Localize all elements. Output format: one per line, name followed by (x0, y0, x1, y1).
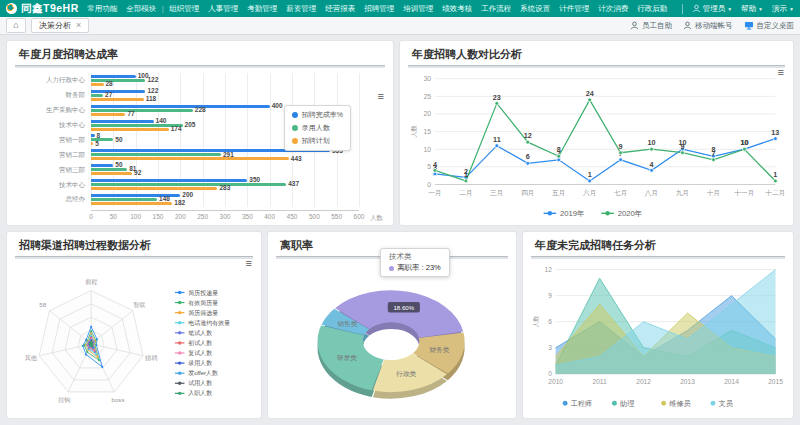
pie-tooltip: 技术类 离职率 : 23% (380, 248, 450, 277)
category-label: 财务部 (15, 91, 85, 100)
legend-item[interactable]: 发offer人数 (188, 369, 218, 376)
legend-item[interactable]: 复试人数 (188, 350, 212, 357)
nav-item-9[interactable]: 培训管理 (399, 4, 438, 14)
bar-row: 443 (91, 157, 359, 160)
bar-row: 283 (91, 187, 359, 190)
legend-item[interactable]: 2020年 (618, 209, 643, 218)
tabbar-tool-1[interactable]: 员工自助 (630, 21, 672, 31)
home-button[interactable]: ⌂ (6, 18, 26, 33)
bar[interactable] (91, 105, 270, 108)
bar-row: 100 (91, 75, 359, 78)
nav-item-7[interactable]: 经营报表 (321, 4, 360, 14)
tab-bar: ⌂ 决策分析 × 员工自助移动端帐号自定义桌面 (0, 17, 800, 35)
nav-item-11[interactable]: 工作流程 (477, 4, 516, 14)
legend-item[interactable]: 简历投递量 (188, 289, 218, 297)
legend-item[interactable]: 笔试人数 (188, 330, 212, 336)
tabbar-tool-3[interactable]: 自定义桌面 (744, 21, 795, 31)
svg-text:1: 1 (773, 170, 777, 179)
tab-decision-analysis[interactable]: 决策分析 × (31, 18, 89, 33)
legend-item[interactable]: 招聘计划 (292, 136, 343, 146)
close-icon[interactable]: × (76, 21, 81, 30)
bar[interactable] (91, 134, 95, 137)
brand[interactable]: 同鑫T9eHR (6, 2, 79, 16)
legend-item[interactable]: 有效简历量 (187, 299, 218, 307)
svg-text:boss: boss (111, 396, 124, 403)
x-tick-label: 250 (197, 213, 208, 220)
legend-item[interactable]: 2019年 (560, 209, 585, 218)
bar[interactable] (91, 75, 136, 78)
nav-item-6[interactable]: 薪资管理 (282, 4, 321, 14)
svg-text:4: 4 (433, 160, 437, 169)
person-icon (692, 4, 701, 13)
bar[interactable] (91, 113, 125, 116)
bar[interactable] (91, 198, 157, 201)
user-menu-item-1[interactable]: 管理员▼ (692, 4, 732, 14)
legend-item[interactable]: 工程师 (571, 399, 592, 408)
bar[interactable] (91, 90, 145, 93)
bar[interactable] (91, 187, 217, 190)
bar[interactable] (91, 128, 169, 131)
nav-item-4[interactable]: 人事管理 (204, 4, 243, 14)
bar[interactable] (91, 164, 113, 167)
bar[interactable] (91, 94, 103, 97)
bar[interactable] (91, 83, 104, 86)
bar[interactable] (91, 157, 289, 160)
bar-value-label: 5 (95, 141, 99, 148)
bar-value-label: 283 (219, 185, 230, 192)
legend-item[interactable]: 简历筛选量 (188, 309, 218, 317)
bar-value-label: 174 (171, 126, 182, 133)
legend-item[interactable]: 招聘完成率% (292, 110, 343, 120)
bar-row: 27 (91, 94, 359, 97)
bar[interactable] (91, 172, 132, 175)
svg-text:7: 7 (711, 149, 715, 158)
tabbar-tool-2[interactable]: 移动端帐号 (683, 21, 733, 31)
bar[interactable] (91, 120, 154, 123)
series-line[interactable] (435, 139, 775, 181)
nav-item-13[interactable]: 计件管理 (555, 4, 594, 14)
bar[interactable] (91, 183, 286, 186)
legend-item[interactable]: 文员 (719, 399, 734, 408)
legend-item[interactable]: 助理 (620, 400, 634, 408)
svg-text:10: 10 (740, 138, 748, 147)
home-icon: ⌂ (13, 21, 18, 30)
chevron-down-icon: ▼ (758, 6, 763, 12)
legend-item[interactable]: 初试人数 (188, 339, 212, 346)
nav-item-5[interactable]: 考勤管理 (243, 4, 282, 14)
bar[interactable] (91, 202, 172, 205)
bar[interactable] (91, 168, 127, 171)
user-menu-item-3[interactable]: 演示▼ (772, 4, 794, 14)
nav-item-1[interactable]: 常用功能 (83, 4, 122, 14)
bar[interactable] (91, 179, 247, 182)
nav-item-16[interactable]: 出入安全 (672, 4, 674, 14)
chart-menu-icon[interactable]: ≡ (246, 258, 252, 269)
nav-item-10[interactable]: 绩效考核 (438, 4, 477, 14)
legend-item[interactable]: 电话邀约有效量 (188, 320, 230, 327)
svg-text:6: 6 (526, 152, 530, 161)
legend-item[interactable]: 录用人数 (188, 359, 212, 367)
legend-item[interactable]: 维修员 (669, 400, 691, 408)
nav-item-14[interactable]: 计次消费 (594, 4, 633, 14)
legend-item[interactable]: 入职人数 (188, 390, 212, 396)
legend-item[interactable]: 录用人数 (292, 123, 343, 133)
chart-menu-icon[interactable]: ≡ (778, 67, 784, 78)
user-menu-item-2[interactable]: 帮助▼ (741, 4, 763, 14)
bar[interactable] (91, 79, 145, 82)
bar[interactable] (91, 124, 183, 127)
nav-item-2[interactable]: 全部模块 (122, 4, 161, 14)
nav-item-3[interactable]: 组织管理 (165, 4, 204, 14)
panel-unfinished-tasks: 年度未完成招聘任务分析 036912人数20102011201220132014… (522, 231, 794, 419)
divider (408, 65, 785, 68)
nav-item-12[interactable]: 系统设置 (516, 4, 555, 14)
bar[interactable] (91, 142, 93, 145)
nav-item-8[interactable]: 招聘管理 (360, 4, 399, 14)
bar-value-label: 28 (106, 81, 113, 88)
series-line[interactable] (435, 100, 775, 181)
bar[interactable] (91, 98, 144, 101)
legend-item[interactable]: 试用人数 (188, 380, 212, 387)
bar-row: 122 (91, 90, 359, 93)
svg-text:10: 10 (424, 146, 432, 153)
chart-menu-icon[interactable]: ≡ (378, 91, 384, 102)
nav-item-15[interactable]: 行政后勤 (633, 4, 672, 14)
bar[interactable] (91, 109, 193, 112)
bar[interactable] (91, 153, 221, 156)
